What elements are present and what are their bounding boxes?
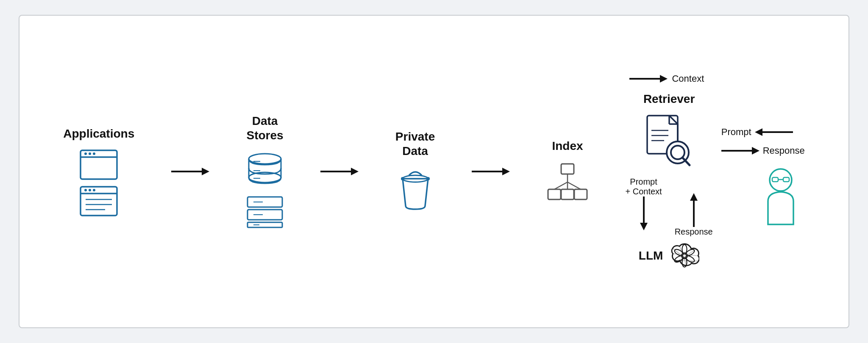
svg-rect-35 [561,164,574,174]
arrow-index-to-retriever [629,72,668,85]
index-label: Index [552,139,583,153]
prompt-arrow-row: Prompt [721,126,793,138]
app-window-1-icon [80,149,118,180]
privatedata-col: PrivateData [395,130,435,213]
llm-label: LLM [639,249,663,263]
down-arrow-prompt-context [637,196,650,230]
app-window-2-icon [80,186,118,216]
context-arrow-group: Context [625,72,704,85]
server-icon [246,195,284,229]
svg-line-40 [554,182,568,189]
retriever-col: Retriever [625,92,712,271]
svg-marker-44 [660,75,668,83]
arrow-datastores-to-privatedata [320,165,359,178]
vertical-arrows-group: Prompt+ Context Response [625,177,712,237]
svg-rect-38 [574,189,587,199]
svg-point-15 [249,154,281,164]
privatedata-label: PrivateData [395,130,435,158]
svg-rect-24 [248,222,282,227]
llm-row: LLM [639,241,700,271]
prompt-response-group: Prompt Response [721,126,805,228]
svg-rect-71 [783,177,789,182]
svg-rect-36 [548,189,561,199]
datastores-icons [246,151,284,229]
svg-marker-29 [351,168,359,175]
person-container [760,167,802,228]
index-hierarchy-icon [546,162,589,204]
up-arrow-response [687,193,700,227]
response-label-vertical: Response [675,227,713,237]
svg-point-4 [93,152,95,155]
database-icon [246,151,284,189]
arrow-privatedata-to-index [472,165,510,178]
diagram: Applications [19,16,849,327]
retriever-label: Retriever [643,92,695,106]
response-arrow-col: Response [675,177,713,237]
applications-icons [80,149,118,216]
prompt-label: Prompt [721,127,751,138]
bucket-icon [396,167,434,213]
svg-rect-37 [561,189,574,199]
response-arrow-right [721,144,760,157]
prompt-context-arrow-col: Prompt+ Context [625,177,662,230]
svg-marker-68 [752,147,760,155]
svg-point-31 [401,177,404,180]
person-icon [760,167,802,227]
svg-rect-23 [248,210,282,220]
svg-marker-55 [640,223,648,230]
applications-label: Applications [63,127,134,141]
svg-rect-22 [248,197,282,207]
index-col: Index [546,139,589,204]
retriever-row: Retriever [625,92,804,271]
datastores-label: DataStores [246,114,283,142]
svg-marker-14 [202,168,209,175]
datastores-col: DataStores [246,114,284,229]
svg-point-2 [84,152,87,155]
svg-point-3 [89,152,91,155]
svg-rect-70 [772,177,778,182]
response-arrow-row: Response [721,144,805,157]
response-label: Response [763,145,805,156]
retriever-icon [644,113,695,169]
svg-point-9 [93,189,95,191]
arrow-apps-to-datastores [171,165,209,178]
prompt-context-label: Prompt+ Context [625,177,662,196]
retriever-area: Context Retriever [625,72,804,271]
prompt-arrow-left [755,126,793,138]
diagram-container: Applications [19,15,849,328]
applications-col: Applications [63,127,134,216]
svg-point-8 [89,189,91,191]
svg-point-7 [84,189,87,191]
svg-line-42 [568,182,581,189]
svg-marker-34 [502,168,510,175]
context-label: Context [672,73,704,84]
svg-marker-66 [755,128,762,136]
svg-marker-57 [690,193,698,201]
openai-logo-icon [670,241,699,271]
svg-point-32 [426,177,430,180]
